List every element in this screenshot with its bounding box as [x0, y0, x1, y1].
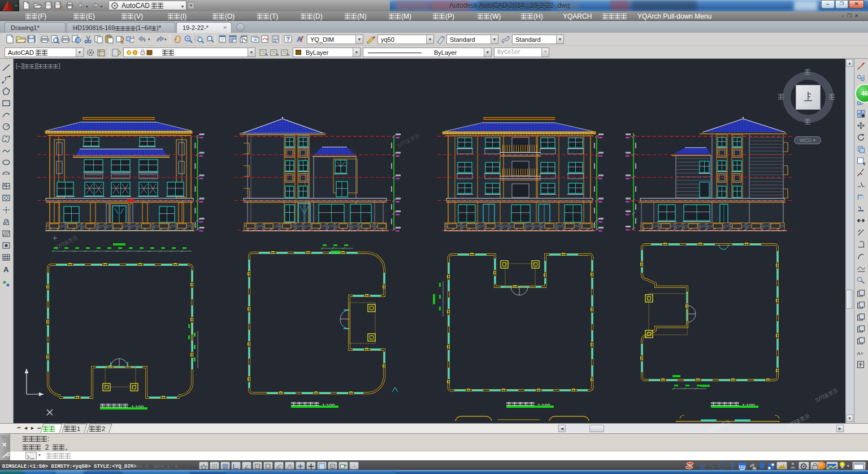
svg-text:?: ?: [286, 36, 290, 42]
svg-text:A+: A+: [857, 351, 863, 356]
svg-text:A: A: [3, 265, 9, 274]
svg-text:E: E: [331, 464, 334, 469]
